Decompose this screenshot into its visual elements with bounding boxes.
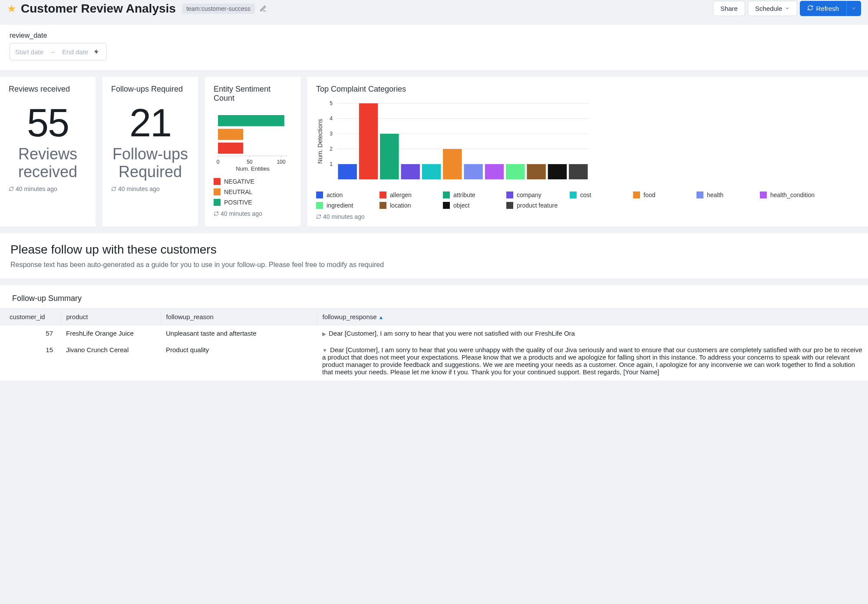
svg-rect-28 [464, 164, 483, 179]
legend-label: NEGATIVE [224, 178, 254, 185]
legend-item: object [443, 202, 499, 209]
svg-text:3: 3 [330, 131, 333, 137]
last-refreshed: 40 minutes ago [118, 185, 160, 192]
col-followup-response[interactable]: followup_response▲ [317, 309, 868, 325]
svg-rect-31 [527, 164, 546, 179]
col-label: followup_response [323, 313, 377, 320]
refresh-more-button[interactable] [846, 1, 861, 16]
edit-title-icon[interactable] [258, 4, 268, 13]
legend-item: food [633, 191, 690, 198]
legend-label: health [707, 191, 723, 198]
followups-required-value: 21 [111, 103, 189, 142]
followup-table-section: Follow-up Summary customer_id product fo… [0, 285, 868, 380]
legend-item: ingredient [316, 202, 373, 209]
refresh-icon [214, 211, 219, 216]
col-customer-id[interactable]: customer_id [0, 309, 61, 325]
legend-item: allergen [380, 191, 436, 198]
caret-right-icon[interactable]: ▶ [322, 331, 326, 337]
legend-item: NEUTRAL [214, 188, 257, 195]
svg-text:2: 2 [330, 146, 333, 152]
table-title: Follow-up Summary [0, 292, 868, 308]
legend-label: location [390, 202, 411, 209]
chevron-down-icon [851, 5, 856, 12]
legend-item: location [380, 202, 436, 209]
table-row[interactable]: 57FreshLife Orange JuiceUnpleasant taste… [0, 325, 868, 342]
last-refreshed: 40 minutes ago [323, 213, 365, 220]
table-header-row: customer_id product followup_reason foll… [0, 309, 868, 325]
schedule-button[interactable]: Schedule [748, 1, 798, 16]
legend-label: cost [580, 191, 591, 198]
legend-swatch [214, 188, 221, 195]
svg-text:50: 50 [247, 159, 253, 165]
legend-label: object [453, 202, 469, 209]
legend-swatch [380, 191, 386, 198]
svg-rect-32 [548, 164, 567, 179]
col-followup-reason[interactable]: followup_reason [161, 309, 317, 325]
legend-item: POSITIVE [214, 199, 257, 206]
legend-swatch [443, 202, 450, 209]
metrics-row: Reviews received 55 Reviews received 40 … [0, 77, 868, 233]
svg-rect-1 [218, 129, 243, 140]
filter-label: review_date [10, 32, 858, 40]
svg-rect-2 [218, 142, 243, 154]
team-tag-badge[interactable]: team:customer-success [182, 3, 255, 14]
last-refreshed: 40 minutes ago [221, 210, 262, 217]
card-title: Reviews received [9, 85, 87, 94]
legend-item: attribute [443, 191, 499, 198]
svg-text:4: 4 [330, 116, 333, 122]
top-complaints-chart: 12345Num. Detections [316, 99, 859, 187]
legend-swatch [760, 191, 767, 198]
legend-swatch [316, 202, 323, 209]
svg-text:Num. Entities: Num. Entities [236, 165, 270, 172]
legend-item: health_condition [760, 191, 816, 198]
svg-rect-30 [506, 164, 525, 179]
cell-product: FreshLife Orange Juice [61, 325, 161, 342]
legend-swatch [506, 191, 513, 198]
refresh-button-label: Refresh [816, 5, 839, 12]
date-range-input[interactable]: Start date → End date [10, 43, 107, 60]
legend-swatch [214, 199, 221, 206]
caret-down-icon[interactable]: ▼ [322, 347, 327, 353]
legend-swatch [570, 191, 577, 198]
col-product[interactable]: product [61, 309, 161, 325]
cell-followup-reason: Product quality [161, 342, 317, 380]
legend-swatch [214, 178, 221, 185]
share-button[interactable]: Share [713, 1, 745, 16]
followups-required-card: Follow-ups Required 21 Follow-ups Requir… [102, 77, 198, 226]
share-button-label: Share [720, 5, 738, 12]
legend-label: NEUTRAL [224, 188, 252, 195]
favorite-star-icon[interactable]: ★ [7, 3, 17, 15]
reviews-received-card: Reviews received 55 Reviews received 40 … [0, 77, 96, 226]
table-row[interactable]: 15Jivano Crunch CerealProduct quality▼De… [0, 342, 868, 380]
legend-swatch [316, 191, 323, 198]
sort-asc-icon: ▲ [379, 314, 384, 320]
svg-rect-25 [401, 164, 420, 179]
refresh-icon [9, 186, 14, 191]
legend-swatch [633, 191, 640, 198]
followup-intro-section: Please follow up with these customers Re… [0, 233, 868, 278]
svg-text:1: 1 [330, 161, 333, 167]
col-label: customer_id [10, 313, 45, 320]
svg-text:100: 100 [277, 159, 285, 165]
refresh-icon [316, 214, 321, 219]
arrow-right-icon: → [50, 48, 56, 56]
legend-item: company [506, 191, 563, 198]
legend-label: action [327, 191, 343, 198]
legend-swatch [443, 191, 450, 198]
last-refreshed: 40 minutes ago [16, 185, 57, 192]
refresh-button[interactable]: Refresh [800, 1, 846, 16]
followup-table: customer_id product followup_reason foll… [0, 308, 868, 380]
response-text: Dear [Customer], I am sorry to hear that… [329, 330, 575, 337]
legend-item: action [316, 191, 373, 198]
svg-rect-22 [338, 164, 357, 179]
svg-rect-24 [380, 134, 399, 179]
svg-rect-29 [485, 164, 504, 179]
svg-text:0: 0 [217, 159, 220, 165]
svg-rect-27 [443, 149, 462, 179]
col-label: followup_reason [166, 313, 214, 320]
legend-item: health [696, 191, 753, 198]
lightning-icon[interactable] [92, 47, 101, 56]
svg-text:5: 5 [330, 100, 333, 106]
legend-label: attribute [453, 191, 475, 198]
legend-swatch [506, 202, 513, 209]
